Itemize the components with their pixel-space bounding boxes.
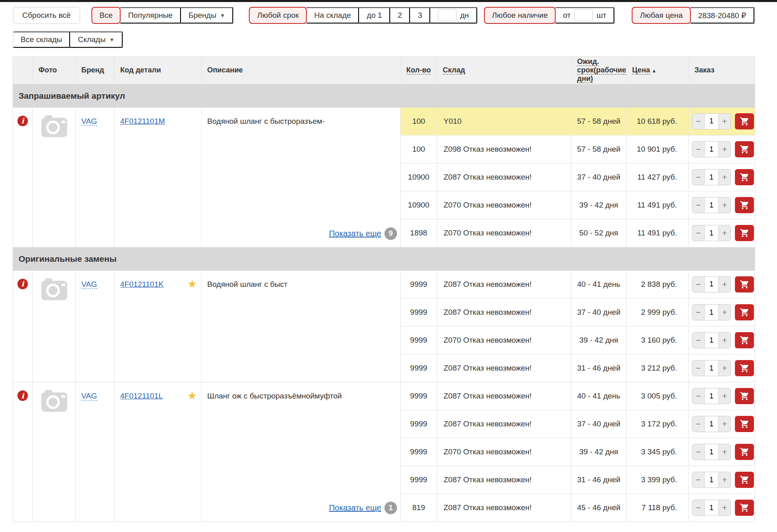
qty-decrease-button[interactable]: − xyxy=(692,305,704,320)
add-to-cart-button[interactable] xyxy=(735,225,754,241)
add-to-cart-button[interactable] xyxy=(735,304,754,320)
add-to-cart-button[interactable] xyxy=(735,276,754,292)
add-to-cart-button[interactable] xyxy=(735,169,754,185)
filter-any-price[interactable]: Любая цена xyxy=(632,7,691,24)
qty-increase-button[interactable]: + xyxy=(719,388,730,404)
filter-any-term[interactable]: Любой срок xyxy=(249,7,307,24)
qty-input[interactable] xyxy=(704,333,719,348)
filter-in-stock[interactable]: На складе xyxy=(306,7,359,23)
filter-brands-dropdown[interactable]: Бренды▼ xyxy=(181,7,234,23)
qty-decrease-button[interactable]: − xyxy=(692,142,704,157)
filter-upto-1-day[interactable]: до 1 xyxy=(359,7,390,23)
part-code-link[interactable]: 4F0121101M xyxy=(120,117,165,126)
add-to-cart-button[interactable] xyxy=(735,332,754,348)
filter-qty-from-suffix-label: шт xyxy=(597,11,606,20)
qty-decrease-button[interactable]: − xyxy=(692,170,704,185)
qty-input[interactable] xyxy=(704,170,719,185)
add-to-cart-button[interactable] xyxy=(735,197,754,213)
filter-groups-row1: ВсеПопулярныеБренды▼Любой срокНа складед… xyxy=(91,7,755,24)
qty-decrease-button[interactable]: − xyxy=(692,388,704,404)
qty-input[interactable] xyxy=(704,472,719,487)
brand-link[interactable]: VAG xyxy=(81,392,97,401)
offer-order-cell: −+ xyxy=(689,299,755,326)
qty-decrease-button[interactable]: − xyxy=(692,225,704,241)
info-icon[interactable]: i xyxy=(17,116,28,126)
add-to-cart-button[interactable] xyxy=(735,472,754,488)
brand-link[interactable]: VAG xyxy=(81,117,97,126)
filter-qty-from[interactable]: отшт xyxy=(555,7,614,23)
qty-input[interactable] xyxy=(704,500,719,515)
filter-3-days[interactable]: 3 xyxy=(410,7,430,23)
col-header-price[interactable]: Цена▲ xyxy=(626,57,689,84)
add-to-cart-button[interactable] xyxy=(735,360,754,376)
qty-decrease-button[interactable]: − xyxy=(692,444,704,460)
qty-decrease-button[interactable]: − xyxy=(692,472,704,487)
qty-input[interactable] xyxy=(704,114,719,129)
add-to-cart-button[interactable] xyxy=(735,444,754,460)
filter-2-days[interactable]: 2 xyxy=(390,7,410,23)
qty-increase-button[interactable]: + xyxy=(719,170,730,185)
add-to-cart-button[interactable] xyxy=(735,113,754,129)
col-header-term[interactable]: Ожид. срок(рабочие дни) xyxy=(571,57,626,84)
offer-qty: 100 xyxy=(401,108,437,136)
warehouse-filter-group: Все складыСклады▼ xyxy=(13,31,123,48)
filter-days-custom[interactable]: дн xyxy=(430,7,477,23)
qty-input[interactable] xyxy=(704,388,719,404)
qty-decrease-button[interactable]: − xyxy=(692,360,704,376)
brand-link[interactable]: VAG xyxy=(81,280,97,289)
qty-increase-button[interactable]: + xyxy=(719,142,730,157)
qty-decrease-button[interactable]: − xyxy=(692,114,704,129)
add-to-cart-button[interactable] xyxy=(735,500,754,516)
reset-filters-button[interactable]: Сбросить всё xyxy=(13,7,80,24)
part-brand-cell: VAG xyxy=(76,382,115,522)
info-icon[interactable]: i xyxy=(17,390,28,401)
part-description-cell: Водяной шланг с быст xyxy=(202,271,401,382)
qty-decrease-button[interactable]: − xyxy=(692,197,704,213)
col-header-code: Код детали xyxy=(115,57,202,84)
qty-input[interactable] xyxy=(704,197,719,213)
filter-all-warehouses[interactable]: Все склады xyxy=(13,32,70,48)
qty-decrease-button[interactable]: − xyxy=(692,277,704,292)
offer-qty: 9999 xyxy=(401,299,437,326)
filter-qty-from-input[interactable] xyxy=(574,9,593,21)
qty-increase-button[interactable]: + xyxy=(719,114,730,129)
qty-increase-button[interactable]: + xyxy=(719,360,730,376)
qty-increase-button[interactable]: + xyxy=(719,444,730,460)
qty-increase-button[interactable]: + xyxy=(719,277,730,292)
info-icon[interactable]: i xyxy=(17,279,28,289)
filter-days-custom-input[interactable] xyxy=(438,9,456,21)
add-to-cart-button[interactable] xyxy=(735,416,754,432)
col-header-warehouse[interactable]: Склад xyxy=(437,57,571,84)
filter-groups-row2: Все складыСклады▼ xyxy=(13,31,123,48)
qty-increase-button[interactable]: + xyxy=(719,225,730,241)
qty-input[interactable] xyxy=(704,360,719,376)
col-header-qty[interactable]: Кол-во xyxy=(401,57,437,84)
add-to-cart-button[interactable] xyxy=(735,388,754,404)
filter-all[interactable]: Все xyxy=(91,7,121,24)
qty-input[interactable] xyxy=(704,444,719,460)
qty-increase-button[interactable]: + xyxy=(719,197,730,213)
qty-input[interactable] xyxy=(704,277,719,292)
add-to-cart-button[interactable] xyxy=(735,141,754,157)
show-more-link[interactable]: Показать еще xyxy=(329,503,381,513)
qty-input[interactable] xyxy=(704,225,719,241)
qty-increase-button[interactable]: + xyxy=(719,500,730,515)
filter-warehouses-dropdown[interactable]: Склады▼ xyxy=(70,32,123,48)
part-code-link[interactable]: 4F0121101K xyxy=(120,280,163,289)
qty-increase-button[interactable]: + xyxy=(719,472,730,487)
qty-increase-button[interactable]: + xyxy=(719,416,730,432)
show-more-link[interactable]: Показать еще xyxy=(329,229,381,238)
qty-input[interactable] xyxy=(704,142,719,157)
filter-any-availability[interactable]: Любое наличие xyxy=(484,7,556,24)
qty-decrease-button[interactable]: − xyxy=(692,416,704,432)
filter-popular[interactable]: Популярные xyxy=(120,7,180,23)
qty-increase-button[interactable]: + xyxy=(719,305,730,320)
cart-icon xyxy=(740,503,749,513)
filter-price-range[interactable]: 2838-20480 ₽ xyxy=(690,7,754,23)
qty-input[interactable] xyxy=(704,305,719,320)
qty-decrease-button[interactable]: − xyxy=(692,500,704,515)
qty-increase-button[interactable]: + xyxy=(719,333,730,348)
qty-decrease-button[interactable]: − xyxy=(692,333,704,348)
part-code-link[interactable]: 4F0121101L xyxy=(120,392,163,401)
qty-input[interactable] xyxy=(704,416,719,432)
